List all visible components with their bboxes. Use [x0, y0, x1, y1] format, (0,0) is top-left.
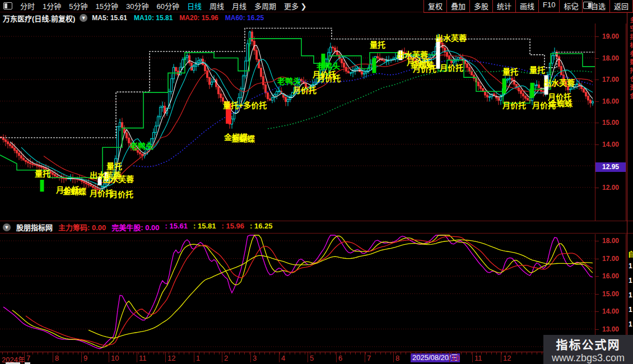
candle-body: [343, 63, 345, 67]
menu-item-period[interactable]: 5分钟: [69, 1, 87, 11]
menu-button[interactable]: F10: [538, 0, 560, 13]
candle-body: [278, 91, 280, 92]
candle-body: [538, 85, 540, 87]
axis-tick: [133, 352, 134, 354]
candle-body: [558, 57, 560, 66]
candle-body: [83, 181, 85, 183]
menu-item-period[interactable]: 60分钟: [156, 1, 179, 11]
menu-item-period[interactable]: 1分钟: [43, 1, 61, 11]
candle-body: [525, 96, 527, 99]
signal-candle: [40, 180, 44, 192]
month-separator: [449, 352, 450, 362]
signal-annotation: 量托: [35, 169, 50, 178]
candle-body: [552, 55, 553, 63]
axis-tick: [239, 352, 240, 354]
window-layout-icon[interactable]: [3, 2, 12, 10]
menu-item-period[interactable]: 分时: [20, 1, 35, 11]
main-candle-chart[interactable]: 量托月价托金蝴蝶出水芙蓉出水芙蓉量托月价托月价托老鸭头量托+多价托金蝴蝶金蝴蝶老…: [0, 24, 595, 221]
axis-tick: [32, 352, 33, 354]
price-label: 16.00: [595, 97, 626, 105]
axis-tick: [300, 352, 300, 354]
candle-body: [5, 140, 7, 142]
menu-button[interactable]: 复权: [423, 0, 447, 13]
menu-item-period[interactable]: 日线: [187, 1, 202, 11]
title-icons: [572, 2, 593, 9]
candle-body: [209, 77, 211, 84]
menu-button[interactable]: 返回: [609, 0, 633, 13]
menu-item-period[interactable]: 15分钟: [95, 1, 118, 11]
candle-body: [43, 167, 45, 169]
candle-body: [36, 165, 38, 166]
axis-tick: [159, 352, 159, 354]
signal-annotation: 老鸭头: [130, 142, 153, 151]
menu-item-period[interactable]: 更多 ❯: [284, 1, 307, 11]
time-label: 11: [139, 354, 147, 362]
side-panel-toggle-icon[interactable]: [583, 2, 593, 9]
candle-body: [330, 47, 332, 53]
diamond-marker-icon[interactable]: [571, 1, 579, 9]
menu-button[interactable]: 统计: [492, 0, 516, 13]
signal-annotation: 出水芙蓉: [435, 34, 467, 43]
candle-body: [355, 69, 356, 70]
candle-body: [348, 71, 350, 73]
candle-body: [523, 94, 524, 96]
right-sidebar-strip[interactable]: 多空指标参数持仓资金 自 1111111: [627, 12, 633, 364]
axis-tick: [461, 352, 462, 354]
candle-body: [498, 98, 500, 100]
candle-body: [276, 91, 278, 95]
menu-button[interactable]: 多股: [469, 0, 493, 13]
signal-annotation: 出水芙蓉: [103, 175, 134, 184]
month-separator: [53, 352, 53, 362]
signal-candle: [373, 58, 376, 73]
time-label: 7: [367, 354, 371, 362]
axis-tick: [542, 352, 542, 354]
axis-tick: [209, 352, 210, 354]
price-label: 19.00: [595, 32, 626, 40]
menu-item-period[interactable]: 月线: [232, 1, 246, 11]
signal-annotation: 金蝴蝶: [231, 134, 255, 143]
candle-body: [41, 167, 43, 167]
month-separator: [222, 352, 222, 362]
time-label: 11: [474, 354, 482, 362]
candle-body: [346, 67, 347, 71]
candle-body: [126, 133, 128, 138]
axis-tick: [214, 352, 215, 354]
time-label: 10: [452, 354, 459, 362]
candle-body: [32, 164, 34, 165]
axis-tick: [390, 352, 391, 354]
axis-tick: [330, 352, 331, 354]
axis-tick: [471, 352, 472, 354]
indicator-line-chart[interactable]: [0, 234, 595, 352]
candle-body: [579, 84, 580, 86]
chevron-down-icon[interactable]: ▼: [80, 14, 87, 22]
axis-tick: [516, 352, 517, 354]
time-label: 6: [338, 354, 342, 362]
axis-tick: [38, 352, 38, 354]
menu-item-period[interactable]: 周线: [210, 1, 224, 11]
stock-title[interactable]: 万东医疗(日线.前复权): [3, 13, 75, 24]
candle-body: [7, 142, 9, 144]
candle-body: [10, 144, 11, 146]
menu-button[interactable]: 叠加: [446, 0, 470, 13]
candle-body: [377, 57, 379, 58]
signal-annotation: 金蜘蛛: [548, 99, 573, 108]
menu-item-period[interactable]: 30分钟: [126, 1, 148, 11]
month-separator: [501, 352, 501, 362]
indicator-source[interactable]: 股朋指标网: [16, 222, 53, 232]
axis-tick: [103, 352, 104, 354]
axis-tick: [305, 352, 305, 354]
candle-body: [23, 158, 25, 160]
axis-tick: [73, 352, 73, 354]
candle-body: [30, 163, 31, 164]
price-label: 14.00: [595, 141, 626, 148]
price-label: 15.00: [595, 119, 626, 127]
chevron-down-icon[interactable]: ▼: [3, 223, 11, 231]
candle-body: [265, 85, 267, 92]
candle-body: [14, 148, 16, 150]
signal-annotation: 量托: [529, 66, 545, 74]
menu-item-period[interactable]: 多周期: [254, 1, 276, 11]
sidebar-number: 1: [629, 259, 632, 273]
candle-body: [92, 186, 94, 187]
menu-button[interactable]: 画线: [515, 0, 539, 13]
axis-tick: [431, 352, 431, 354]
